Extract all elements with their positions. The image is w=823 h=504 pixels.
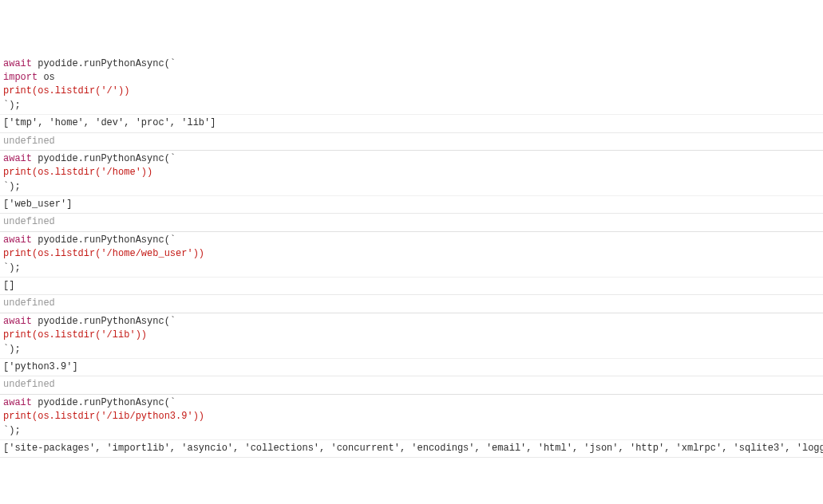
console-return-undefined: undefined <box>0 295 823 313</box>
console-input: await pyodide.runPythonAsync(` print(os.… <box>0 232 823 278</box>
console-input: await pyodide.runPythonAsync(` import os… <box>0 56 823 116</box>
console-log: await pyodide.runPythonAsync(` import os… <box>0 56 823 459</box>
console-input: await pyodide.runPythonAsync(` print(os.… <box>0 313 823 359</box>
console-input: await pyodide.runPythonAsync(` print(os.… <box>0 151 823 196</box>
console-output: ['site-packages', 'importlib', 'asyncio'… <box>0 440 823 458</box>
console-input: await pyodide.runPythonAsync(` print(os.… <box>0 395 823 440</box>
console-output: ['web_user'] <box>0 196 823 214</box>
console-output: [] <box>0 278 823 295</box>
console-return-undefined: undefined <box>0 214 823 231</box>
console-output: ['tmp', 'home', 'dev', 'proc', 'lib'] <box>0 115 823 132</box>
console-return-undefined: undefined <box>0 376 823 394</box>
console-output: ['python3.9'] <box>0 359 823 376</box>
console-return-undefined: undefined <box>0 133 823 151</box>
